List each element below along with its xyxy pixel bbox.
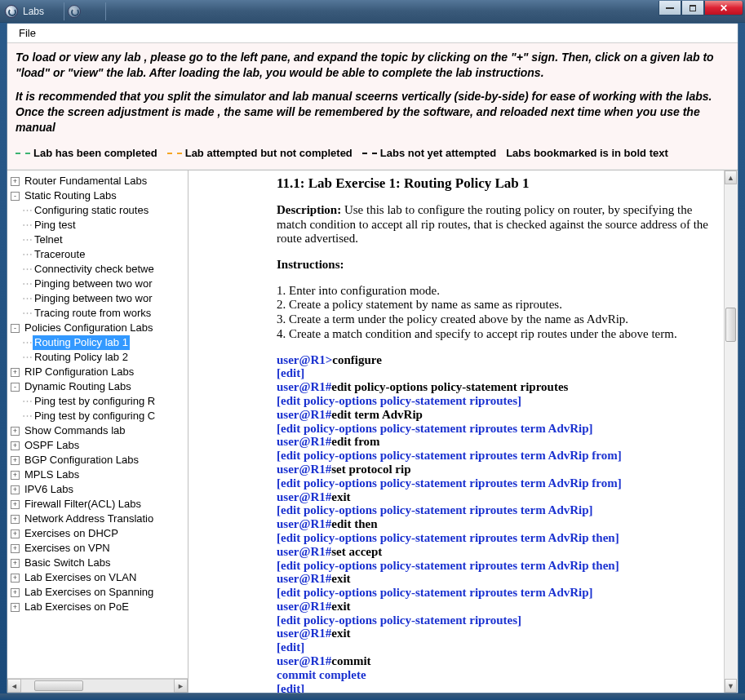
tree-label[interactable]: Ping test (33, 218, 78, 233)
tree-node[interactable]: ⋯Ping test (11, 218, 188, 233)
tree-label[interactable]: Tracing route from works (33, 306, 153, 321)
expand-icon[interactable]: + (11, 471, 20, 480)
tree-label[interactable]: RIP Configuration Labs (23, 365, 135, 379)
tree-node[interactable]: +Lab Exercises on VLAN (11, 570, 188, 585)
maximize-button[interactable] (681, 1, 704, 16)
tree-label[interactable]: Lab Exercises on Spanning (23, 585, 155, 600)
tree-node[interactable]: +OSPF Labs (11, 438, 188, 453)
tree-node[interactable]: +Exercises on VPN (11, 541, 188, 556)
expand-icon[interactable]: + (11, 441, 20, 450)
vscroll-up-icon[interactable]: ▲ (725, 171, 737, 184)
tree-node[interactable]: +Router Fundamental Labs (11, 174, 188, 188)
app-icon (5, 5, 18, 18)
tree-node[interactable]: +Lab Exercises on Spanning (11, 585, 188, 600)
tree-node[interactable]: ⋯Tracing route from works (11, 306, 188, 321)
expand-icon[interactable]: + (11, 559, 20, 568)
tree-label[interactable]: Traceroute (33, 247, 86, 262)
expand-icon[interactable]: + (11, 427, 20, 436)
expand-icon[interactable]: + (11, 515, 20, 524)
cli-command: edit then (331, 517, 377, 530)
expand-icon[interactable]: + (11, 177, 20, 186)
tree-node[interactable]: +Show Commands lab (11, 423, 188, 438)
expand-icon[interactable]: + (11, 485, 20, 494)
close-button[interactable] (704, 1, 743, 16)
tree-label[interactable]: Policies Configuration Labs (23, 321, 155, 335)
tree-node[interactable]: ⋯Configuring static routes (11, 203, 188, 218)
tree-node[interactable]: +Firewall Filter(ACL) Labs (11, 497, 188, 512)
tree-label[interactable]: Connectivity check betwe (33, 262, 156, 277)
hscroll-right-icon[interactable]: ► (174, 679, 188, 693)
tree-label[interactable]: Network Address Translatio (23, 512, 155, 526)
tree-label[interactable]: Routing Policy lab 1 (33, 335, 130, 350)
minimize-button[interactable] (659, 1, 681, 16)
tree-label[interactable]: Show Commands lab (23, 423, 127, 438)
tree-node[interactable]: ⋯Routing Policy lab 1 (11, 335, 188, 350)
tree-label[interactable]: OSPF Labs (23, 438, 81, 453)
tree-node[interactable]: +Exercises on DHCP (11, 526, 188, 541)
vscroll-thumb[interactable] (725, 308, 736, 342)
tree-node[interactable]: ⋯Ping test by configuring R (11, 394, 188, 409)
tree-label[interactable]: Dynamic Routing Labs (23, 379, 133, 394)
tree-node[interactable]: +Basic Switch Labs (11, 556, 188, 570)
collapse-icon[interactable]: - (11, 192, 20, 201)
tree-label[interactable]: Configuring static routes (33, 203, 150, 218)
tree-label[interactable]: Lab Exercises on VLAN (23, 570, 138, 585)
tree-node[interactable]: +BGP Configuration Labs (11, 453, 188, 467)
tree-label[interactable]: Ping test by configuring R (33, 394, 157, 409)
collapse-icon[interactable]: - (11, 383, 20, 392)
tree-label[interactable]: MPLS Labs (23, 467, 81, 482)
tree-node[interactable]: +RIP Configuration Labs (11, 365, 188, 379)
hscroll-track[interactable] (21, 679, 174, 693)
titlebar[interactable]: Labs (0, 0, 745, 23)
tree-label[interactable]: Firewall Filter(ACL) Labs (23, 497, 143, 512)
expand-icon[interactable]: + (11, 368, 20, 377)
expand-icon[interactable]: + (11, 529, 20, 538)
tree-label[interactable]: Lab Exercises on PoE (23, 600, 131, 614)
tree-label[interactable]: Exercises on DHCP (23, 526, 120, 541)
tree-node[interactable]: ⋯Pinging between two wor (11, 277, 188, 291)
tree-label[interactable]: Static Routing Labs (23, 188, 118, 203)
tree-scroll[interactable]: +Router Fundamental Labs-Static Routing … (7, 171, 188, 678)
expand-icon[interactable]: + (11, 574, 20, 583)
tree-node[interactable]: -Policies Configuration Labs (11, 321, 188, 335)
tree-label[interactable]: Pinging between two wor (33, 291, 154, 306)
tree-label[interactable]: BGP Configuration Labs (23, 453, 140, 467)
tree-label[interactable]: Exercises on VPN (23, 541, 112, 556)
expand-icon[interactable]: + (11, 544, 20, 553)
menu-file[interactable]: File (14, 25, 41, 41)
tree-node[interactable]: ⋯Telnet (11, 233, 188, 247)
content-inner[interactable]: 11.1: Lab Exercise 1: Routing Policy Lab… (188, 171, 724, 693)
cli-command: edit policy-options policy-statement rip… (331, 380, 568, 393)
tree-label[interactable]: Routing Policy lab 2 (33, 350, 130, 365)
hscroll-thumb[interactable] (34, 680, 83, 691)
tree-node[interactable]: +IPV6 Labs (11, 482, 188, 497)
tree-label[interactable]: Pinging between two wor (33, 277, 154, 291)
tree-node[interactable]: +Lab Exercises on PoE (11, 600, 188, 614)
tree-node[interactable]: ⋯Ping test by configuring C (11, 409, 188, 423)
content-vscrollbar[interactable]: ▲ ▼ (724, 171, 738, 693)
tree-label[interactable]: Basic Switch Labs (23, 556, 113, 570)
hscroll-left-icon[interactable]: ◄ (7, 679, 21, 693)
tree-label[interactable]: IPV6 Labs (23, 482, 75, 497)
expand-icon[interactable]: + (11, 500, 20, 509)
tree-node[interactable]: ⋯Pinging between two wor (11, 291, 188, 306)
tree-node[interactable]: +MPLS Labs (11, 467, 188, 482)
cli-prompt: user@R1# (277, 654, 331, 667)
tree-label[interactable]: Ping test by configuring C (33, 409, 157, 423)
tree-node[interactable]: +Network Address Translatio (11, 512, 188, 526)
tree-node[interactable]: -Static Routing Labs (11, 188, 188, 203)
tree-node[interactable]: ⋯Routing Policy lab 2 (11, 350, 188, 365)
expand-icon[interactable]: + (11, 588, 20, 597)
tree-label[interactable]: Telnet (33, 233, 64, 247)
tree-node[interactable]: ⋯Traceroute (11, 247, 188, 262)
tree-branch-icon: ⋯ (22, 306, 33, 321)
tree-label[interactable]: Router Fundamental Labs (23, 174, 149, 188)
vscroll-down-icon[interactable]: ▼ (725, 679, 737, 693)
collapse-icon[interactable]: - (11, 324, 20, 333)
cli-prompt: user@R1# (277, 572, 331, 585)
tree-node[interactable]: ⋯Connectivity check betwe (11, 262, 188, 277)
tree-node[interactable]: -Dynamic Routing Labs (11, 379, 188, 394)
expand-icon[interactable]: + (11, 456, 20, 465)
tree-hscrollbar[interactable]: ◄ ► (7, 678, 188, 693)
expand-icon[interactable]: + (11, 603, 20, 612)
